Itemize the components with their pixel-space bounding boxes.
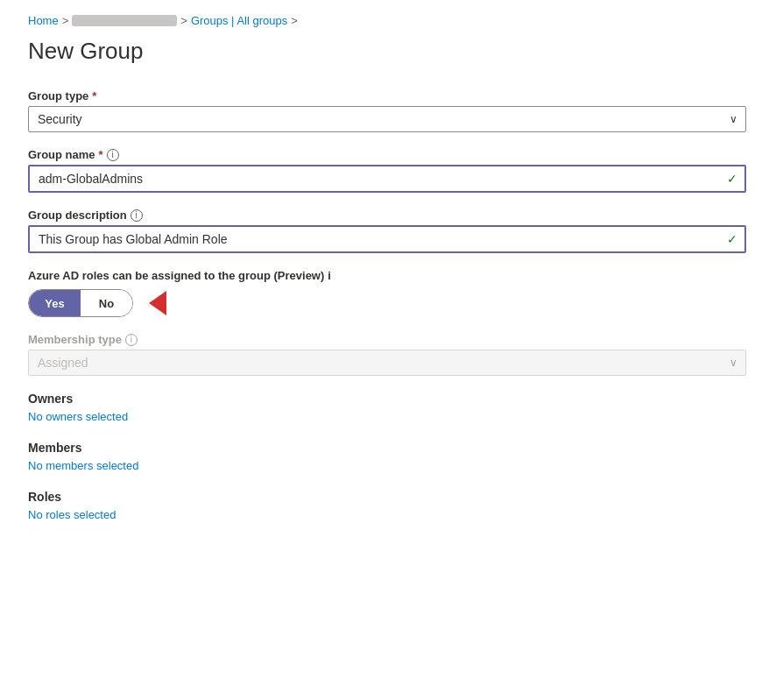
page-title: New Group xyxy=(28,38,755,65)
group-name-label: Group name * i xyxy=(28,148,746,161)
membership-type-select: Assigned xyxy=(28,350,746,376)
toggle-yes-option[interactable]: Yes xyxy=(29,290,81,316)
group-type-required: * xyxy=(92,89,96,103)
owners-title: Owners xyxy=(28,392,746,406)
group-name-check-icon: ✓ xyxy=(727,172,737,186)
breadcrumb-home[interactable]: Home xyxy=(28,14,59,27)
breadcrumb: Home > > Groups | All groups > xyxy=(28,14,755,27)
group-name-input[interactable] xyxy=(28,165,746,193)
roles-title: Roles xyxy=(28,490,746,504)
azure-ad-roles-group: Azure AD roles can be assigned to the gr… xyxy=(28,269,746,317)
group-name-info-icon[interactable]: i xyxy=(107,149,119,161)
breadcrumb-sep3: > xyxy=(291,14,298,27)
azure-ad-roles-toggle[interactable]: Yes No xyxy=(28,289,133,317)
roles-section: Roles No roles selected xyxy=(28,490,746,521)
group-description-field: Group description i ✓ xyxy=(28,209,746,253)
membership-type-info-icon: i xyxy=(125,334,138,346)
red-arrow-indicator xyxy=(151,291,166,315)
arrow-head-icon xyxy=(149,291,166,315)
group-description-check-icon: ✓ xyxy=(727,232,737,246)
breadcrumb-sep1: > xyxy=(62,14,69,27)
breadcrumb-sep2: > xyxy=(180,14,187,27)
group-name-required: * xyxy=(99,148,103,161)
group-type-select[interactable]: Security Microsoft 365 xyxy=(28,106,746,132)
group-description-info-icon[interactable]: i xyxy=(130,209,143,222)
membership-type-select-wrapper: Assigned ∨ xyxy=(28,350,746,376)
no-roles-link[interactable]: No roles selected xyxy=(28,508,116,521)
no-members-link[interactable]: No members selected xyxy=(28,459,138,472)
group-description-input-wrapper: ✓ xyxy=(28,225,746,253)
group-type-label: Group type * xyxy=(28,89,746,103)
group-description-label: Group description i xyxy=(28,209,746,222)
group-type-select-wrapper: Security Microsoft 365 ∨ xyxy=(28,106,746,132)
azure-ad-roles-toggle-container: Yes No xyxy=(28,289,746,317)
form-section: Group type * Security Microsoft 365 ∨ Gr… xyxy=(28,89,746,521)
no-owners-link[interactable]: No owners selected xyxy=(28,410,128,423)
group-name-field: Group name * i ✓ xyxy=(28,148,746,193)
owners-section: Owners No owners selected xyxy=(28,392,746,423)
membership-type-label: Membership type i xyxy=(28,333,746,346)
members-title: Members xyxy=(28,441,746,455)
breadcrumb-tenant xyxy=(72,15,177,26)
azure-ad-roles-info-icon[interactable]: i xyxy=(328,269,331,282)
members-section: Members No members selected xyxy=(28,441,746,472)
group-description-input[interactable] xyxy=(28,225,746,253)
azure-ad-roles-label: Azure AD roles can be assigned to the gr… xyxy=(28,269,746,282)
breadcrumb-groups[interactable]: Groups | All groups xyxy=(191,14,287,27)
group-type-field: Group type * Security Microsoft 365 ∨ xyxy=(28,89,746,132)
group-name-input-wrapper: ✓ xyxy=(28,165,746,193)
toggle-no-option[interactable]: No xyxy=(81,290,132,316)
page-container: Home > > Groups | All groups > New Group… xyxy=(0,0,783,567)
membership-type-field: Membership type i Assigned ∨ xyxy=(28,333,746,376)
